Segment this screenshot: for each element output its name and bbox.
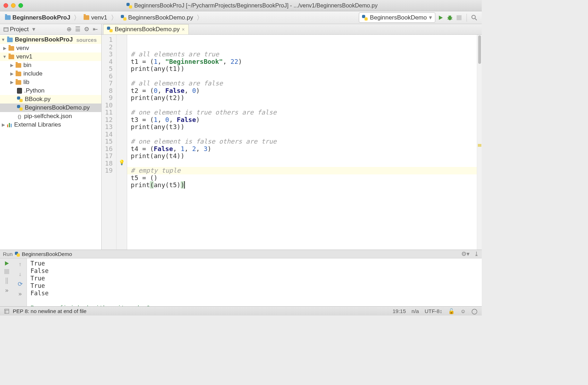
breadcrumb-folder-label: venv1	[91, 14, 107, 21]
svg-line-4	[451, 19, 452, 19]
up-arrow-icon[interactable]: ↑	[18, 261, 22, 268]
breadcrumb: BeginnersBookProJ 〉 venv1 〉 BeginnersBoo…	[4, 13, 357, 22]
run-button[interactable]	[437, 14, 445, 22]
output-line: True	[30, 260, 478, 267]
folder-icon	[9, 46, 14, 51]
file-icon	[17, 88, 22, 94]
project-view-selector[interactable]: Project ▾	[4, 26, 35, 33]
tree-root[interactable]: ▼ BeginnersBookProJ sources	[0, 35, 101, 44]
svg-line-1	[447, 17, 449, 18]
more-button[interactable]: »	[18, 290, 22, 297]
editor-tab[interactable]: BeginnersBookDemo.py ×	[103, 24, 189, 34]
chevron-right-icon: ▶	[10, 71, 13, 76]
svg-point-5	[449, 15, 450, 16]
close-icon[interactable]	[4, 3, 8, 8]
folder-icon	[5, 15, 11, 20]
tree-file-bbook[interactable]: BBook.py	[0, 95, 101, 104]
tree-label: External Libraries	[14, 121, 61, 128]
collapse-all-icon[interactable]: ☰	[75, 26, 80, 33]
folder-icon	[16, 72, 21, 76]
tree-label: include	[23, 70, 43, 77]
stop-button	[4, 269, 9, 274]
search-button[interactable]	[470, 14, 478, 22]
chevron-right-icon: ▶	[10, 80, 13, 85]
down-arrow-icon[interactable]: ↓	[18, 270, 22, 278]
breadcrumb-project-label: BeginnersBookProJ	[12, 14, 70, 21]
tree-folder-lib[interactable]: ▶ lib	[0, 78, 101, 87]
chevron-down-icon: ▼	[3, 54, 6, 59]
svg-rect-12	[4, 269, 9, 274]
tree-file-pip[interactable]: {} pip-selfcheck.json	[0, 112, 101, 121]
chevron-right-icon: 〉	[197, 13, 203, 22]
tree-folder-bin[interactable]: ▶ bin	[0, 61, 101, 69]
tree-root-label: BeginnersBookProJ	[15, 36, 73, 43]
status-message: PEP 8: no newline at end of file	[13, 308, 86, 314]
line-separator[interactable]: n/a	[412, 308, 419, 314]
marker-gutter: 💡	[117, 35, 127, 250]
svg-line-3	[447, 19, 449, 19]
debug-button[interactable]	[446, 14, 454, 22]
hide-icon[interactable]: ⇤	[93, 26, 98, 33]
chevron-down-icon: ▼	[1, 37, 5, 42]
scroll-from-source-icon[interactable]: ⊕	[67, 26, 72, 33]
tree-folder-venv[interactable]: ▶ venv	[0, 44, 101, 52]
notifications-icon[interactable]: ◯	[471, 308, 477, 314]
editor-scrollbar[interactable]	[477, 35, 482, 250]
lock-icon[interactable]: 🔓	[448, 308, 455, 314]
svg-point-0	[448, 16, 452, 20]
output-line: True	[30, 275, 478, 282]
tree-file-demo[interactable]: BeginnersBookDemo.py	[0, 104, 101, 112]
download-icon[interactable]: ⤓	[474, 250, 479, 258]
run-output[interactable]: True False True True False Process finis…	[27, 258, 482, 306]
pause-button: ‖	[5, 277, 9, 284]
run-config-label: BeginnersBookDemo	[370, 14, 427, 21]
tree-label: BBook.py	[25, 96, 51, 103]
tree-label: lib	[23, 79, 29, 86]
project-icon	[4, 27, 9, 32]
run-panel: Run BeginnersBookDemo ⚙▾ ⤓ ‖ » ↑ ↓ ⟳ » T…	[0, 250, 482, 306]
breadcrumb-file[interactable]: BeginnersBookDemo.py	[119, 13, 194, 22]
minimize-icon[interactable]	[11, 3, 16, 8]
rerun-button[interactable]	[4, 261, 10, 266]
tree-external-libs[interactable]: ▶ External Libraries	[0, 121, 101, 129]
maximize-icon[interactable]	[18, 3, 23, 8]
project-tree: ▼ BeginnersBookProJ sources ▶ venv ▼ ven…	[0, 35, 101, 250]
breadcrumb-folder[interactable]: venv1	[82, 13, 108, 22]
settings-icon[interactable]: ⚙▾	[461, 250, 470, 258]
breadcrumb-project[interactable]: BeginnersBookProJ	[4, 13, 72, 22]
more-button[interactable]: »	[5, 287, 9, 294]
toolbar: BeginnersBookProJ 〉 venv1 〉 BeginnersBoo…	[0, 11, 482, 24]
tree-folder-venv1[interactable]: ▼ venv1	[0, 52, 101, 61]
chevron-right-icon: 〉	[111, 13, 117, 22]
encoding[interactable]: UTF-8↕	[425, 308, 442, 314]
code-area[interactable]: # all elements are true t1 = (1, "Beginn…	[127, 35, 477, 250]
python-icon	[121, 15, 126, 21]
status-bar: PEP 8: no newline at end of file 19:15 n…	[0, 306, 482, 316]
project-view-label: Project	[10, 26, 29, 33]
folder-icon	[16, 80, 21, 85]
tree-folder-include[interactable]: ▶ include	[0, 69, 101, 78]
run-panel-header: Run BeginnersBookDemo ⚙▾ ⤓	[0, 250, 482, 258]
main-area: Project ▾ ⊕ ☰ ⚙ ⇤ ▼ BeginnersBookProJ so…	[0, 24, 482, 250]
inspector-icon[interactable]: ☺	[460, 308, 466, 314]
tree-label: venv1	[16, 53, 32, 60]
tool-window-icon[interactable]	[4, 309, 9, 314]
editor-body[interactable]: 1 2 3 4 5 6 7 8 9 10 11 12 13 14 15 16 1…	[102, 35, 482, 250]
python-icon	[17, 105, 23, 111]
editor-area: BeginnersBookDemo.py × 1 2 3 4 5 6 7 8 9…	[102, 24, 482, 250]
settings-icon[interactable]: ⚙	[84, 26, 89, 33]
run-config-name: BeginnersBookDemo	[22, 251, 72, 257]
libraries-icon	[7, 122, 12, 127]
scroll-thumb[interactable]	[478, 35, 481, 64]
warning-stripe-icon[interactable]	[478, 144, 481, 147]
intention-bulb-icon[interactable]: 💡	[119, 160, 125, 165]
folder-icon	[84, 15, 89, 20]
run-config-selector[interactable]: BeginnersBookDemo ▾	[359, 12, 435, 23]
separator	[467, 14, 467, 22]
wrap-icon[interactable]: ⟳	[18, 280, 23, 288]
output-line: False	[30, 267, 478, 275]
editor-tabs: BeginnersBookDemo.py ×	[102, 24, 482, 35]
cursor-position[interactable]: 19:15	[392, 308, 406, 314]
close-icon[interactable]: ×	[182, 27, 185, 32]
tree-file-python[interactable]: .Python	[0, 87, 101, 95]
